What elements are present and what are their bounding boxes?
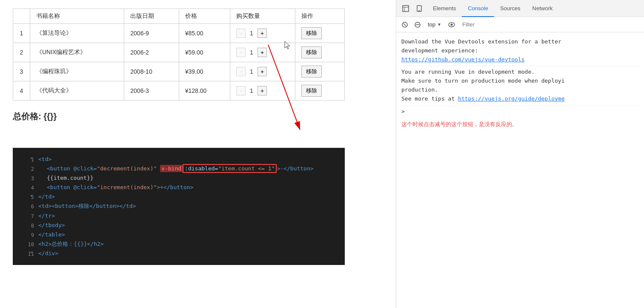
decrement-button[interactable]: - [236, 86, 246, 95]
book-name: 《算法导论》 [30, 24, 124, 43]
clear-console-btn[interactable] [400, 20, 410, 30]
row-index: 1 [13, 24, 30, 43]
console-log-1: Download the Vue Devtools extension for … [401, 36, 639, 66]
eye-icon-btn[interactable] [447, 20, 457, 30]
decrement-button[interactable]: - [236, 48, 246, 57]
book-price: ¥59.00 [179, 43, 230, 62]
code-line-5: ▾ 5 </td> [38, 192, 336, 201]
qty-value: 1 [247, 68, 256, 75]
eye-icon [448, 22, 455, 27]
code-line-2: 2 <button @click="decrement(index)" v-bi… [38, 164, 336, 173]
console-prompt[interactable] [401, 106, 639, 118]
console-toolbar: top ▼ [396, 17, 644, 32]
row-index: 2 [13, 43, 30, 62]
code-line-3: 3 {{item.count}} [38, 173, 336, 183]
remove-cell: 移除 [295, 81, 344, 101]
book-table: 书籍名称 出版日期 价格 购买数量 操作 1《算法导论》2006-9¥85.00… [13, 9, 345, 101]
book-qty: -1+ [230, 24, 295, 43]
col-header-qty: 购买数量 [230, 9, 295, 24]
code-line-11: ▾ 11 </div> [38, 249, 336, 258]
remove-cell: 移除 [295, 24, 344, 43]
book-date: 2008-10 [124, 62, 179, 81]
qty-value: 1 [247, 49, 256, 56]
book-qty: -1+ [230, 43, 295, 62]
code-line-4: 4 <button @click="increment(index)">+</b… [38, 183, 336, 192]
svg-line-9 [404, 23, 406, 26]
code-line-10: 10 <h2>总价格：{{}}</h2> [38, 239, 336, 249]
book-name: 《代码大全》 [30, 81, 124, 101]
inspector-icon-btn[interactable] [400, 3, 412, 14]
device-icon [416, 5, 423, 12]
table-row: 3《编程珠玑》2008-10¥39.00-1+移除 [13, 62, 345, 81]
book-qty: -1+ [230, 62, 295, 81]
console-comment: 这个时候点击减号的这个按钮，是没有反应的。 [401, 118, 639, 132]
code-line-7: 7 </tr> [38, 211, 336, 221]
increment-button[interactable]: + [258, 67, 267, 76]
context-select[interactable]: top ▼ [425, 20, 444, 29]
qty-value: 1 [247, 30, 256, 37]
console-log-2: You are running Vue in development mode.… [401, 66, 639, 105]
remove-button[interactable]: 移除 [301, 27, 322, 39]
chevron-down-icon: ▼ [437, 22, 441, 27]
table-row: 2《UNIX编程艺术》2006-2¥59.00-1+移除 [13, 43, 345, 62]
svg-point-13 [450, 23, 452, 26]
book-name: 《编程珠玑》 [30, 62, 124, 81]
remove-button[interactable]: 移除 [301, 46, 322, 58]
svg-rect-3 [403, 6, 409, 12]
devtools-panel: Elements Console Sources Network [396, 0, 644, 308]
col-header-index [13, 9, 30, 24]
code-panel: ▾ 1 <td> 2 <button @click="decrement(ind… [13, 148, 345, 265]
tab-sources[interactable]: Sources [494, 0, 527, 17]
book-price: ¥128.00 [179, 81, 230, 101]
clear-icon [402, 22, 408, 28]
remove-button[interactable]: 移除 [301, 85, 322, 97]
filter-input[interactable] [459, 20, 641, 29]
increment-button[interactable]: + [258, 48, 267, 57]
qty-value: 1 [247, 87, 256, 94]
vue-devtools-link[interactable]: https://github.com/vuejs/vue-devtools [401, 56, 525, 63]
v-bind-highlight: v-bind [160, 165, 183, 172]
tab-network[interactable]: Network [527, 0, 559, 17]
block-icon [415, 22, 421, 28]
code-line-8: 8 </tbody> [38, 221, 336, 230]
decrement-button[interactable]: - [236, 29, 246, 38]
col-header-date: 出版日期 [124, 9, 179, 24]
decrement-button[interactable]: - [236, 67, 246, 76]
remove-button[interactable]: 移除 [301, 66, 322, 78]
vuejs-guide-link[interactable]: https://vuejs.org/guide/deployme [458, 95, 564, 102]
remove-cell: 移除 [295, 62, 344, 81]
increment-button[interactable]: + [258, 29, 267, 38]
col-header-action: 操作 [295, 9, 344, 24]
inspector-icon [402, 5, 409, 12]
disabled-highlight: :disabled="item.count <= 1" [183, 164, 277, 173]
col-header-name: 书籍名称 [30, 9, 124, 24]
book-price: ¥39.00 [179, 62, 230, 81]
book-name: 《UNIX编程艺术》 [30, 43, 124, 62]
row-index: 3 [13, 62, 30, 81]
tab-console[interactable]: Console [462, 0, 494, 17]
table-row: 1《算法导论》2006-9¥85.00-1+移除 [13, 24, 345, 43]
book-date: 2006-9 [124, 24, 179, 43]
code-line-6: 6 <td><button>移除</button></td> [38, 201, 336, 211]
code-line-9: 9 </table> [38, 230, 336, 239]
book-qty: -1+ [230, 81, 295, 101]
table-row: 4《代码大全》2006-3¥128.00-1+移除 [13, 81, 345, 101]
book-date: 2006-3 [124, 81, 179, 101]
increment-button[interactable]: + [258, 86, 267, 95]
console-content: Download the Vue Devtools extension for … [396, 32, 644, 308]
devtools-tab-bar: Elements Console Sources Network [396, 0, 644, 17]
book-price: ¥85.00 [179, 24, 230, 43]
code-line-1: ▾ 1 <td> [38, 155, 336, 164]
col-header-price: 价格 [179, 9, 230, 24]
total-price: 总价格: {{}} [13, 111, 383, 122]
book-date: 2006-2 [124, 43, 179, 62]
remove-cell: 移除 [295, 43, 344, 62]
tab-elements[interactable]: Elements [427, 0, 462, 17]
device-icon-btn[interactable] [413, 3, 425, 14]
row-index: 4 [13, 81, 30, 101]
block-icon-btn[interactable] [412, 20, 423, 30]
